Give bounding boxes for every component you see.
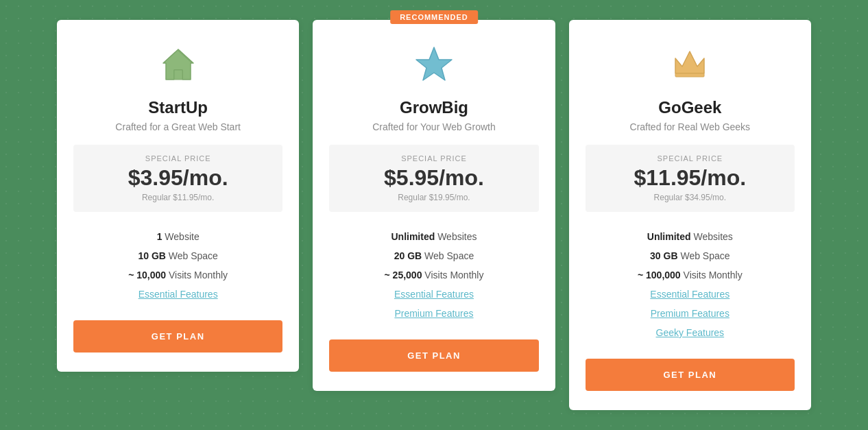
feature-link-item: Essential Features	[73, 285, 282, 304]
feature-link[interactable]: Premium Features	[651, 308, 730, 319]
feature-link-item: Essential Features	[586, 285, 795, 304]
price-regular: Regular $19.95/mo.	[336, 193, 531, 202]
plan-name: StartUp	[73, 98, 282, 117]
crown-icon	[666, 40, 714, 88]
feature-item: 20 GB Web Space	[329, 246, 538, 265]
feature-link-item: Premium Features	[586, 304, 795, 323]
price-regular: Regular $34.95/mo.	[592, 193, 788, 202]
svg-rect-0	[174, 70, 182, 80]
features-list: Unlimited Websites30 GB Web Space~ 100,0…	[586, 227, 795, 342]
plan-tagline: Crafted for Your Web Growth	[329, 121, 538, 132]
get-plan-button[interactable]: GET PLAN	[329, 339, 538, 372]
svg-marker-1	[416, 47, 452, 80]
get-plan-button[interactable]: GET PLAN	[73, 320, 282, 353]
feature-link-item: Premium Features	[329, 304, 538, 323]
feature-link[interactable]: Essential Features	[650, 289, 730, 300]
price-box: SPECIAL PRICE $3.95/mo. Regular $11.95/m…	[73, 145, 282, 212]
price-box: SPECIAL PRICE $5.95/mo. Regular $19.95/m…	[329, 145, 538, 212]
feature-link-item: Geeky Features	[586, 323, 795, 342]
house-icon	[154, 40, 202, 88]
feature-item: Unlimited Websites	[329, 227, 538, 246]
feature-item: ~ 100,000 Visits Monthly	[586, 265, 795, 285]
feature-item: 30 GB Web Space	[586, 246, 795, 265]
feature-link[interactable]: Essential Features	[394, 289, 474, 300]
feature-link[interactable]: Essential Features	[138, 289, 218, 300]
features-list: 1 Website10 GB Web Space~ 10,000 Visits …	[73, 227, 282, 304]
recommended-badge: RECOMMENDED	[390, 10, 478, 24]
plan-name: GrowBig	[329, 98, 538, 117]
features-list: Unlimited Websites20 GB Web Space~ 25,00…	[329, 227, 538, 323]
star-icon	[410, 40, 458, 88]
plan-tagline: Crafted for a Great Web Start	[73, 121, 282, 132]
plan-name: GoGeek	[586, 98, 795, 117]
feature-link[interactable]: Geeky Features	[656, 327, 725, 338]
feature-item: 10 GB Web Space	[73, 246, 282, 265]
special-price-label: SPECIAL PRICE	[80, 154, 276, 163]
svg-rect-2	[675, 73, 704, 77]
special-price-label: SPECIAL PRICE	[592, 154, 788, 163]
get-plan-button[interactable]: GET PLAN	[586, 359, 795, 391]
feature-item: ~ 10,000 Visits Monthly	[73, 265, 282, 285]
price-box: SPECIAL PRICE $11.95/mo. Regular $34.95/…	[586, 145, 795, 212]
feature-link-item: Essential Features	[329, 285, 538, 304]
plan-card-gogeek: GoGeekCrafted for Real Web Geeks SPECIAL…	[569, 20, 811, 410]
price-regular: Regular $11.95/mo.	[80, 193, 276, 202]
price-main: $11.95/mo.	[592, 165, 788, 191]
special-price-label: SPECIAL PRICE	[336, 154, 531, 163]
feature-item: 1 Website	[73, 227, 282, 246]
plan-tagline: Crafted for Real Web Geeks	[586, 121, 795, 132]
price-main: $3.95/mo.	[80, 165, 276, 191]
plan-card-startup: StartUpCrafted for a Great Web Start SPE…	[57, 20, 299, 372]
pricing-container: StartUpCrafted for a Great Web Start SPE…	[57, 20, 811, 410]
feature-item: Unlimited Websites	[586, 227, 795, 246]
feature-item: ~ 25,000 Visits Monthly	[329, 265, 538, 285]
price-main: $5.95/mo.	[336, 165, 531, 191]
plan-card-growbig: RECOMMENDED GrowBigCrafted for Your Web …	[313, 20, 555, 391]
feature-link[interactable]: Premium Features	[394, 308, 473, 319]
